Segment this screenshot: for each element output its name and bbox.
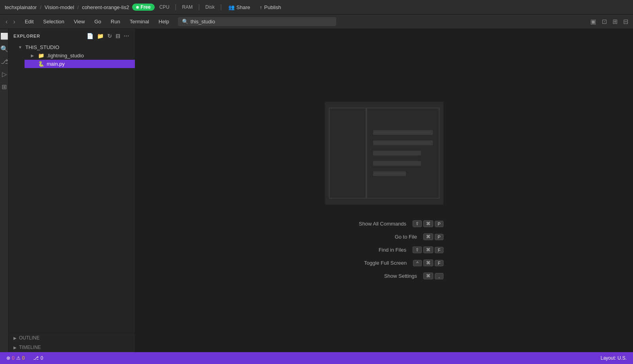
root-folder-item[interactable]: ▼ THIS_STUDIO	[12, 43, 135, 51]
main-py-item[interactable]: 🐍 main.py	[25, 60, 135, 68]
search-activity-icon[interactable]: 🔍	[0, 45, 8, 53]
shortcut-keys-1: ⌘ P	[423, 233, 443, 240]
key-ctrl-3: ^	[413, 260, 422, 266]
cpu-metric[interactable]: CPU	[156, 4, 172, 10]
titlebar: techxplainator / Vision-model / coherent…	[0, 0, 633, 15]
outline-chevron: ▶	[13, 336, 17, 340]
layout-status[interactable]: Layout: U.S.	[598, 355, 629, 362]
explorer-label: EXPLORER	[13, 34, 40, 38]
shortcut-row-0: Show All Commands ⇧ ⌘ P	[325, 220, 443, 227]
menu-terminal[interactable]: Terminal	[126, 17, 153, 26]
logo-line-1	[373, 130, 433, 135]
shortcut-label-0: Show All Commands	[325, 221, 406, 227]
activity-bar: ⬜ 🔍 ⎇ ▷ ⊞	[0, 29, 9, 352]
search-input[interactable]	[191, 19, 332, 25]
brand-name: techxplainator	[5, 4, 37, 10]
key-cmd-1: ⌘	[423, 233, 433, 240]
menu-help[interactable]: Help	[155, 17, 173, 26]
publish-icon: ↑	[260, 4, 262, 10]
cpu-label: CPU	[159, 4, 169, 10]
divider3: |	[220, 4, 222, 11]
shortcut-row-2: Find in Files ⇧ ⌘ F	[325, 246, 443, 253]
timeline-chevron: ▶	[13, 345, 17, 350]
back-button[interactable]: ‹	[3, 17, 10, 26]
main-layout: ⬜ 🔍 ⎇ ▷ ⊞ EXPLORER 📄 📁 ↻ ⊟ ··· ▼ THIS_ST…	[0, 29, 633, 352]
menubar: ‹ › Edit Selection View Go Run Terminal …	[0, 15, 633, 29]
shortcut-keys-3: ^ ⌘ F	[413, 260, 443, 266]
layout-label: Layout: U.S.	[601, 355, 627, 361]
layout-icon-1[interactable]: ▣	[589, 17, 598, 26]
disk-metric[interactable]: Disk	[202, 4, 218, 10]
brand: techxplainator / Vision-model / coherent…	[5, 4, 129, 10]
sidebar-bottom: ▶ OUTLINE ▶ TIMELINE	[9, 333, 135, 352]
disk-label: Disk	[205, 4, 214, 10]
nav-arrows: ‹ ›	[3, 17, 18, 26]
new-folder-icon[interactable]: 📁	[96, 32, 105, 40]
lightning-studio-item[interactable]: ▶ 📁 .lightning_studio	[25, 51, 135, 60]
sidebar-header-actions: 📄 📁 ↻ ⊟ ···	[86, 32, 130, 40]
menu-run[interactable]: Run	[107, 17, 124, 26]
layout-icon-4[interactable]: ⊟	[622, 17, 630, 26]
repo-name: Vision-model	[45, 4, 74, 10]
lightning-studio-label: .lightning_studio	[47, 53, 84, 59]
more-actions-icon[interactable]: ···	[123, 32, 130, 40]
extensions-activity-icon[interactable]: ⊞	[0, 83, 8, 91]
error-icon: ⊗	[6, 355, 10, 361]
key-cmd-0: ⌘	[423, 220, 433, 227]
sidebar-header: EXPLORER 📄 📁 ↻ ⊟ ···	[9, 29, 135, 43]
shortcut-row-1: Go to File ⌘ P	[325, 233, 443, 240]
key-cmd-2: ⌘	[423, 246, 433, 253]
lightning-chevron: ▶	[31, 53, 36, 58]
menu-go[interactable]: Go	[91, 17, 105, 26]
logo-inner	[329, 108, 440, 199]
search-bar[interactable]: 🔍	[178, 17, 336, 26]
debug-activity-icon[interactable]: ▷	[0, 70, 8, 78]
logo-right-panel	[366, 108, 440, 199]
divider2: |	[198, 4, 200, 11]
layout-icon-3[interactable]: ⊞	[611, 17, 619, 26]
divider1: |	[175, 4, 176, 11]
git-activity-icon[interactable]: ⎇	[0, 57, 8, 65]
statusbar-right: Layout: U.S.	[598, 355, 629, 362]
root-folder-label: THIS_STUDIO	[25, 44, 59, 50]
menu-selection[interactable]: Selection	[39, 17, 68, 26]
shortcut-keys-4: ⌘ ,	[423, 273, 443, 279]
timeline-section[interactable]: ▶ TIMELINE	[9, 343, 135, 352]
sidebar: EXPLORER 📄 📁 ↻ ⊟ ··· ▼ THIS_STUDIO ▶ 📁 .…	[9, 29, 135, 352]
collapse-icon[interactable]: ⊟	[115, 32, 121, 40]
free-dot	[136, 6, 139, 9]
key-p-1: P	[435, 234, 443, 240]
publish-label: Publish	[264, 4, 281, 10]
key-p-0: P	[435, 221, 443, 227]
logo-line-4	[373, 161, 421, 166]
key-shift-0: ⇧	[413, 220, 422, 227]
new-file-icon[interactable]: 📄	[86, 32, 95, 40]
share-button[interactable]: 👥 Share	[224, 3, 254, 12]
forward-button[interactable]: ›	[11, 17, 17, 26]
share-icon: 👥	[228, 4, 235, 10]
warning-icon: ⚠	[16, 355, 21, 361]
branch-count: 0	[40, 355, 43, 361]
outline-label: OUTLINE	[19, 335, 40, 341]
shortcuts-list: Show All Commands ⇧ ⌘ P Go to File ⌘ P F	[325, 220, 443, 279]
branch-name: coherent-orange-lis2	[82, 4, 129, 10]
ram-metric[interactable]: RAM	[179, 4, 196, 10]
publish-button[interactable]: ↑ Publish	[256, 3, 285, 12]
branch-icon: ⎇	[33, 355, 39, 361]
explorer-activity-icon[interactable]: ⬜	[0, 32, 8, 40]
vscode-logo	[325, 102, 443, 205]
error-status[interactable]: ⊗ 0 ⚠ 0	[4, 355, 27, 362]
shortcut-keys-0: ⇧ ⌘ P	[413, 220, 443, 227]
branch-status[interactable]: ⎇ 0	[31, 355, 45, 362]
shortcut-keys-2: ⇧ ⌘ F	[413, 246, 443, 253]
outline-section[interactable]: ▶ OUTLINE	[9, 333, 135, 343]
lightning-folder-icon: 📁	[38, 53, 44, 59]
ram-label: RAM	[182, 4, 193, 10]
free-badge[interactable]: Free	[132, 4, 154, 11]
layout-icon-2[interactable]: ⊡	[600, 17, 608, 26]
refresh-icon[interactable]: ↻	[106, 32, 113, 40]
menu-edit[interactable]: Edit	[21, 17, 38, 26]
logo-line-2	[373, 140, 433, 145]
menu-view[interactable]: View	[70, 17, 89, 26]
key-comma-4: ,	[435, 273, 443, 279]
